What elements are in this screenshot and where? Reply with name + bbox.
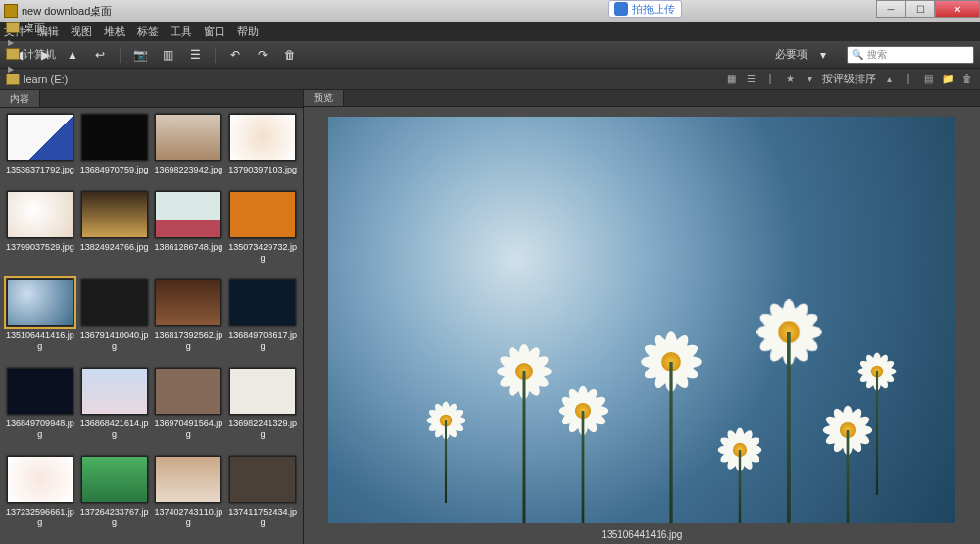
thumbnail-image bbox=[81, 191, 148, 238]
thumbnail-filename: 137411752434.jpg bbox=[228, 507, 297, 528]
search-placeholder: 搜索 bbox=[867, 48, 887, 62]
thumbnail-filename: 13684970759.jpg bbox=[80, 165, 149, 175]
thumbnail[interactable]: 137411752434.jpg bbox=[228, 456, 297, 538]
separator: | bbox=[902, 73, 915, 86]
upload-button[interactable]: 拍拖上传 bbox=[608, 0, 682, 18]
rotate-ccw-button[interactable]: ↶ bbox=[223, 45, 247, 65]
thumbnail-image bbox=[7, 191, 74, 238]
thumbnail-image bbox=[229, 368, 296, 415]
rotate-cw-button[interactable]: ↷ bbox=[251, 45, 274, 65]
output-button[interactable]: ☰ bbox=[183, 45, 207, 65]
thumbnail[interactable]: 136982241329.jpg bbox=[228, 368, 297, 450]
minimize-button[interactable]: ─ bbox=[876, 0, 906, 18]
workspace-dropdown-icon[interactable]: ▾ bbox=[811, 45, 835, 65]
thumbnail[interactable]: 137264233767.jpg bbox=[80, 456, 149, 538]
thumbnail[interactable]: 136817392562.jpg bbox=[155, 279, 223, 362]
breadcrumb-label: 计算机 bbox=[24, 47, 56, 62]
thumbnail[interactable]: 136868421614.jpg bbox=[80, 368, 149, 450]
thumbnail-image bbox=[229, 114, 296, 161]
sort-asc-icon[interactable]: ▴ bbox=[882, 73, 896, 86]
thumbnail[interactable]: 135073429732.jpg bbox=[228, 191, 297, 273]
thumbnail-image bbox=[155, 114, 221, 161]
thumbnail-filename: 13861286748.jpg bbox=[155, 242, 223, 253]
thumbnail-image bbox=[155, 456, 221, 503]
star-icon[interactable]: ★ bbox=[783, 73, 797, 86]
menu-help[interactable]: 帮助 bbox=[237, 25, 259, 39]
close-button[interactable]: ✕ bbox=[935, 0, 980, 18]
tab-preview[interactable]: 预览 bbox=[304, 90, 344, 106]
toolbar: ◀ ▶ ▲ ↩ 📷 ▥ ☰ ↶ ↷ 🗑 必要项 ▾ 🔍 搜索 bbox=[0, 41, 980, 69]
menu-tools[interactable]: 工具 bbox=[171, 25, 192, 39]
right-panel-tabs: 预览 bbox=[304, 90, 980, 107]
thumbnail-filename: 136849709948.jpg bbox=[6, 419, 74, 440]
breadcrumb-separator bbox=[6, 62, 16, 74]
filter-icon[interactable]: ▤ bbox=[921, 73, 935, 86]
chevron-down-icon[interactable]: ▾ bbox=[803, 73, 816, 86]
folder-icon bbox=[6, 48, 20, 60]
thumbnail[interactable]: 137402743110.jpg bbox=[155, 456, 223, 538]
thumbnail[interactable]: 13684970759.jpg bbox=[80, 114, 149, 185]
thumbnail[interactable]: 13799037529.jpg bbox=[6, 191, 74, 273]
window-title: new download桌面 bbox=[22, 4, 112, 19]
breadcrumb-item[interactable]: 桌面 bbox=[6, 21, 114, 35]
folder-icon bbox=[6, 22, 20, 33]
window-controls: ─ ☐ ✕ bbox=[876, 0, 980, 18]
thumbnail-image bbox=[7, 279, 74, 326]
search-icon: 🔍 bbox=[852, 49, 863, 60]
thumbnail-filename: 13698223942.jpg bbox=[155, 165, 223, 175]
titlebar: new download桌面 拍拖上传 ─ ☐ ✕ bbox=[0, 0, 980, 22]
thumbnail-image bbox=[155, 279, 221, 326]
thumbnail-filename: 135106441416.jpg bbox=[6, 330, 74, 352]
content-area: 内容 13536371792.jpg13684970759.jpg1369822… bbox=[0, 90, 980, 544]
thumbnail[interactable]: 13536371792.jpg bbox=[6, 114, 74, 185]
breadcrumb-item[interactable]: learn (E:) bbox=[6, 74, 114, 85]
thumbnail-image bbox=[229, 279, 296, 326]
thumbnail-image bbox=[7, 456, 74, 503]
thumbnail[interactable]: 13790397103.jpg bbox=[228, 114, 297, 185]
content-panel: 内容 13536371792.jpg13684970759.jpg1369822… bbox=[0, 90, 304, 544]
refine-button[interactable]: ▥ bbox=[156, 45, 179, 65]
breadcrumb-bar: 桌面计算机learn (E:)大四课程new download桌面 ▦ ☰ | … bbox=[0, 69, 980, 90]
view-grid-icon[interactable]: ▦ bbox=[724, 73, 738, 86]
thumbnail-filename: 137264233767.jpg bbox=[80, 507, 149, 528]
preview-viewport[interactable] bbox=[304, 107, 980, 527]
maximize-button[interactable]: ☐ bbox=[906, 0, 935, 18]
thumbnail[interactable]: 13861286748.jpg bbox=[155, 191, 223, 273]
menu-window[interactable]: 窗口 bbox=[204, 25, 225, 39]
thumbnail[interactable]: 136849709948.jpg bbox=[6, 368, 74, 450]
thumbnail-filename: 135073429732.jpg bbox=[228, 242, 297, 264]
thumbnail[interactable]: 136849708617.jpg bbox=[228, 279, 297, 362]
thumbnail[interactable]: 136791410040.jpg bbox=[80, 279, 149, 362]
thumbnail-image bbox=[81, 114, 148, 161]
thumbnail[interactable]: 136970491564.jpg bbox=[155, 368, 223, 450]
breadcrumb-label: learn (E:) bbox=[24, 74, 68, 85]
thumbnail-filename: 13799037529.jpg bbox=[6, 242, 74, 253]
thumbnail-image bbox=[155, 368, 221, 415]
menu-label[interactable]: 标签 bbox=[137, 25, 159, 39]
thumbnail-filename: 13824924766.jpg bbox=[80, 242, 149, 253]
thumbnail[interactable]: 13698223942.jpg bbox=[155, 114, 223, 185]
trash-icon[interactable]: 🗑 bbox=[960, 73, 974, 86]
thumbnail[interactable]: 13824924766.jpg bbox=[80, 191, 149, 273]
breadcrumb-item[interactable]: 计算机 bbox=[6, 47, 114, 62]
thumbnail-filename: 137232596661.jpg bbox=[6, 507, 74, 528]
thumbnail[interactable]: 137232596661.jpg bbox=[6, 456, 74, 538]
thumbnail-grid[interactable]: 13536371792.jpg13684970759.jpg1369822394… bbox=[0, 108, 303, 544]
search-input[interactable]: 🔍 搜索 bbox=[847, 46, 974, 64]
breadcrumb-separator bbox=[6, 35, 16, 47]
reveal-button[interactable]: 📷 bbox=[128, 45, 152, 65]
thumbnail[interactable]: 135106441416.jpg bbox=[6, 279, 74, 362]
breadcrumb-label: 桌面 bbox=[24, 21, 45, 35]
thumbnail-filename: 13536371792.jpg bbox=[6, 165, 74, 175]
workspace-label[interactable]: 必要项 bbox=[775, 47, 808, 62]
thumbnail-image bbox=[81, 368, 148, 415]
thumbnail-filename: 13790397103.jpg bbox=[228, 165, 297, 175]
sort-label[interactable]: 按评级排序 bbox=[822, 72, 876, 86]
thumbnail-filename: 136817392562.jpg bbox=[155, 330, 223, 352]
tab-content[interactable]: 内容 bbox=[0, 90, 40, 107]
trash-button[interactable]: 🗑 bbox=[278, 45, 302, 65]
thumbnail-filename: 136849708617.jpg bbox=[228, 330, 297, 352]
view-list-icon[interactable]: ☰ bbox=[744, 73, 758, 86]
preview-panel: 预览 135106441416.jpg bbox=[304, 90, 980, 544]
folder-icon[interactable]: 📁 bbox=[941, 73, 955, 86]
